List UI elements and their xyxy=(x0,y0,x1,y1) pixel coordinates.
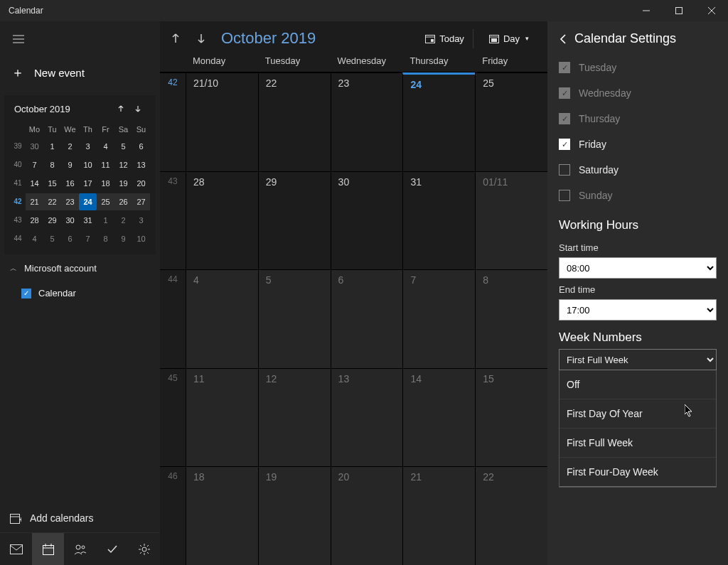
work-day-checkbox[interactable]: Saturday xyxy=(559,157,717,183)
day-cell[interactable]: 20 xyxy=(331,467,403,565)
mini-day-cell[interactable]: 1 xyxy=(43,138,61,155)
day-cell[interactable]: 4 xyxy=(186,270,258,368)
mini-day-cell[interactable]: 30 xyxy=(61,212,79,229)
mini-day-cell[interactable]: 6 xyxy=(132,138,150,155)
week-numbers-option[interactable]: Off xyxy=(560,370,716,399)
mini-cal-prev[interactable] xyxy=(113,101,129,117)
day-cell[interactable]: 5 xyxy=(258,270,331,368)
mini-day-cell[interactable]: 14 xyxy=(26,175,43,192)
day-cell[interactable]: 19 xyxy=(258,467,331,565)
day-cell[interactable]: 29 xyxy=(258,172,331,270)
mail-icon[interactable] xyxy=(0,533,32,565)
mini-day-cell[interactable]: 3 xyxy=(79,138,97,155)
day-cell[interactable]: 15 xyxy=(475,369,547,467)
calendar-icon[interactable] xyxy=(32,533,64,565)
mini-day-cell[interactable]: 16 xyxy=(61,175,79,192)
mini-day-cell[interactable]: 12 xyxy=(114,156,132,173)
mini-day-cell[interactable]: 4 xyxy=(97,138,114,155)
mini-day-cell[interactable]: 9 xyxy=(61,156,79,173)
next-period-button[interactable] xyxy=(191,28,211,48)
day-cell[interactable]: 22 xyxy=(475,467,547,565)
day-cell[interactable]: 24 xyxy=(402,72,475,171)
week-numbers-option[interactable]: First Full Week xyxy=(560,429,716,458)
add-calendars-button[interactable]: Add calendars xyxy=(0,504,160,532)
mini-day-cell[interactable]: 8 xyxy=(43,156,61,173)
day-cell[interactable]: 21 xyxy=(402,467,475,565)
today-button[interactable]: Today xyxy=(418,29,473,48)
todo-icon[interactable] xyxy=(96,533,128,565)
day-cell[interactable]: 30 xyxy=(331,172,403,270)
mini-week-number: 41 xyxy=(10,175,26,192)
maximize-button[interactable] xyxy=(663,0,695,21)
settings-back-button[interactable] xyxy=(559,34,567,44)
mini-day-cell[interactable]: 8 xyxy=(97,230,114,247)
mini-day-cell[interactable]: 2 xyxy=(61,138,79,155)
day-cell[interactable]: 31 xyxy=(402,172,475,270)
account-toggle[interactable]: ︿ Microsoft account xyxy=(0,254,160,282)
mini-day-cell[interactable]: 22 xyxy=(43,193,61,210)
day-cell[interactable]: 12 xyxy=(258,369,331,467)
mini-day-cell[interactable]: 9 xyxy=(114,230,132,247)
mini-day-cell[interactable]: 25 xyxy=(97,193,114,210)
mini-day-cell[interactable]: 19 xyxy=(114,175,132,192)
day-cell[interactable]: 8 xyxy=(475,270,547,368)
hamburger-button[interactable] xyxy=(4,27,33,51)
mini-day-cell[interactable]: 18 xyxy=(97,175,114,192)
start-time-select[interactable]: 08:00 xyxy=(559,257,717,279)
mini-cal-next[interactable] xyxy=(130,101,146,117)
month-title[interactable]: October 2019 xyxy=(217,29,316,48)
mini-day-cell[interactable]: 23 xyxy=(61,193,79,210)
day-cell[interactable]: 6 xyxy=(331,270,403,368)
mini-day-cell[interactable]: 21 xyxy=(26,193,43,210)
new-event-button[interactable]: ＋ New event xyxy=(1,57,159,88)
mini-day-cell[interactable]: 26 xyxy=(114,193,132,210)
mini-day-cell[interactable]: 29 xyxy=(43,212,61,229)
svg-line-25 xyxy=(147,545,149,547)
mini-day-cell[interactable]: 3 xyxy=(132,212,150,229)
day-cell[interactable]: 01/11 xyxy=(475,172,547,270)
mini-day-cell[interactable]: 20 xyxy=(132,175,150,192)
mini-day-cell[interactable]: 7 xyxy=(79,230,97,247)
mini-day-cell[interactable]: 31 xyxy=(79,212,97,229)
calendar-toggle-item[interactable]: ✓ Calendar xyxy=(0,282,160,304)
week-numbers-option[interactable]: First Day Of Year xyxy=(560,399,716,429)
mini-day-cell[interactable]: 27 xyxy=(132,193,150,210)
day-cell[interactable]: 11 xyxy=(186,369,258,467)
day-cell[interactable]: 18 xyxy=(186,467,258,565)
mini-day-cell[interactable]: 24 xyxy=(79,193,97,210)
day-cell[interactable]: 7 xyxy=(402,270,475,368)
view-selector[interactable]: Day ▾ xyxy=(482,29,536,48)
day-cell[interactable]: 28 xyxy=(186,172,258,270)
mini-day-cell[interactable]: 1 xyxy=(97,212,114,229)
day-cell[interactable]: 21/10 xyxy=(186,73,258,171)
mini-day-cell[interactable]: 11 xyxy=(97,156,114,173)
day-cell[interactable]: 23 xyxy=(331,73,403,171)
week-numbers-option[interactable]: First Four-Day Week xyxy=(560,458,716,487)
week-numbers-select[interactable]: First Full Week xyxy=(559,349,717,370)
people-icon[interactable] xyxy=(64,533,96,565)
minimize-button[interactable] xyxy=(630,0,663,21)
day-cell[interactable]: 13 xyxy=(331,369,403,467)
close-button[interactable] xyxy=(695,0,728,21)
day-cell[interactable]: 22 xyxy=(258,73,331,171)
day-cell[interactable]: 25 xyxy=(475,73,547,171)
mini-day-cell[interactable]: 6 xyxy=(61,230,79,247)
mini-day-cell[interactable]: 2 xyxy=(114,212,132,229)
mini-day-cell[interactable]: 10 xyxy=(132,230,150,247)
settings-icon[interactable] xyxy=(128,533,160,565)
mini-day-cell[interactable]: 5 xyxy=(43,230,61,247)
mini-day-cell[interactable]: 28 xyxy=(26,212,43,229)
mini-day-cell[interactable]: 7 xyxy=(26,156,43,173)
day-cell[interactable]: 14 xyxy=(402,369,475,467)
mini-day-cell[interactable]: 17 xyxy=(79,175,97,192)
mini-day-cell[interactable]: 13 xyxy=(132,156,150,173)
prev-period-button[interactable] xyxy=(166,28,186,48)
end-time-select[interactable]: 17:00 xyxy=(559,299,717,321)
mini-day-cell[interactable]: 10 xyxy=(79,156,97,173)
mini-day-cell[interactable]: 30 xyxy=(26,138,43,155)
day-number: 13 xyxy=(338,373,403,384)
mini-day-cell[interactable]: 5 xyxy=(114,138,132,155)
mini-day-cell[interactable]: 15 xyxy=(43,175,61,192)
work-day-checkbox[interactable]: ✓Friday xyxy=(559,131,717,157)
mini-day-cell[interactable]: 4 xyxy=(26,230,43,247)
